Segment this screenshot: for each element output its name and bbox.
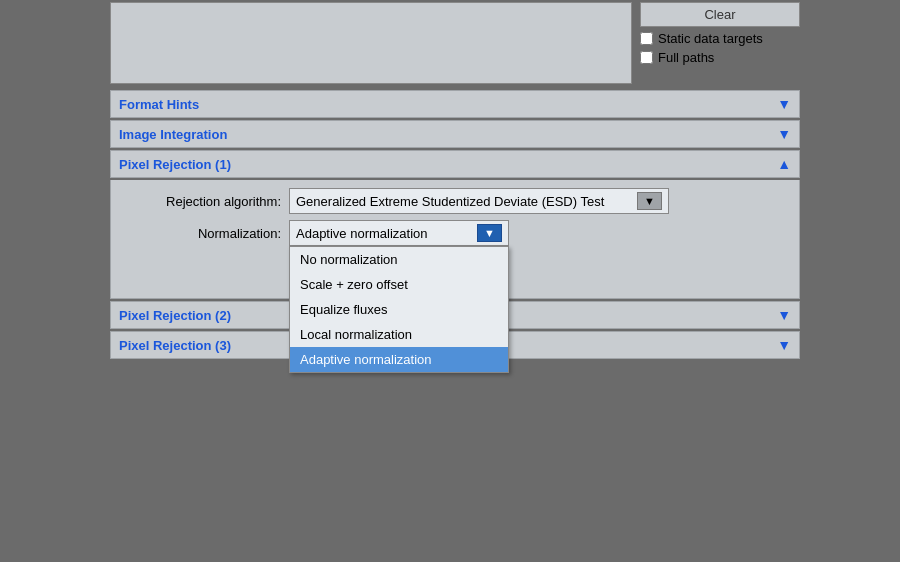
norm-option-4[interactable]: Adaptive normalization bbox=[290, 347, 508, 372]
rejection-algorithm-row: Rejection algorithm: Generalized Extreme… bbox=[121, 188, 789, 214]
rejection-algorithm-arrow[interactable]: ▼ bbox=[637, 192, 662, 210]
static-targets-label: Static data targets bbox=[658, 31, 763, 46]
norm-option-1[interactable]: Scale + zero offset bbox=[290, 272, 508, 297]
pixel-rejection-1-title: Pixel Rejection (1) bbox=[119, 157, 231, 172]
clear-button[interactable]: Clear bbox=[640, 2, 800, 27]
normalization-arrow[interactable]: ▼ bbox=[477, 224, 502, 242]
normalization-dropdown-menu: No normalization Scale + zero offset Equ… bbox=[289, 246, 509, 373]
rejection-algorithm-value: Generalized Extreme Studentized Deviate … bbox=[296, 194, 604, 209]
static-targets-row: Static data targets bbox=[640, 31, 800, 46]
normalization-dropdown-container: Adaptive normalization ▼ No normalizatio… bbox=[289, 220, 509, 246]
rejection-algorithm-dropdown[interactable]: Generalized Extreme Studentized Deviate … bbox=[289, 188, 669, 214]
normalization-value: Adaptive normalization bbox=[296, 226, 428, 241]
norm-option-0[interactable]: No normalization bbox=[290, 247, 508, 272]
content-area: Clear Static data targets Full paths For… bbox=[110, 0, 800, 359]
format-hints-title: Format Hints bbox=[119, 97, 199, 112]
pixel-rejection-2-title: Pixel Rejection (2) bbox=[119, 308, 231, 323]
main-container: Clear Static data targets Full paths For… bbox=[0, 0, 900, 562]
norm-option-2[interactable]: Equalize fluxes bbox=[290, 297, 508, 322]
full-paths-checkbox[interactable] bbox=[640, 51, 653, 64]
image-integration-header[interactable]: Image Integration ▼ bbox=[110, 120, 800, 148]
full-paths-row: Full paths bbox=[640, 50, 800, 65]
pixel-rejection-1-chevron: ▲ bbox=[777, 156, 791, 172]
format-hints-header[interactable]: Format Hints ▼ bbox=[110, 90, 800, 118]
pixel-rejection-3-title: Pixel Rejection (3) bbox=[119, 338, 231, 353]
pixel-rejection-2-chevron: ▼ bbox=[777, 307, 791, 323]
rejection-algorithm-label: Rejection algorithm: bbox=[121, 194, 281, 209]
normalization-label: Normalization: bbox=[121, 226, 281, 241]
top-section: Clear Static data targets Full paths bbox=[110, 0, 800, 84]
right-buttons: Clear Static data targets Full paths bbox=[640, 2, 800, 65]
text-input-area[interactable] bbox=[110, 2, 632, 84]
pixel-rejection-3-chevron: ▼ bbox=[777, 337, 791, 353]
normalization-row: Normalization: Adaptive normalization ▼ … bbox=[121, 220, 789, 246]
norm-option-3[interactable]: Local normalization bbox=[290, 322, 508, 347]
image-integration-title: Image Integration bbox=[119, 127, 227, 142]
full-paths-label: Full paths bbox=[658, 50, 714, 65]
image-integration-chevron: ▼ bbox=[777, 126, 791, 142]
pixel-rejection-1-content: Rejection algorithm: Generalized Extreme… bbox=[110, 180, 800, 299]
static-targets-checkbox[interactable] bbox=[640, 32, 653, 45]
pixel-rejection-1-header[interactable]: Pixel Rejection (1) ▲ bbox=[110, 150, 800, 178]
format-hints-chevron: ▼ bbox=[777, 96, 791, 112]
normalization-select[interactable]: Adaptive normalization ▼ bbox=[289, 220, 509, 246]
